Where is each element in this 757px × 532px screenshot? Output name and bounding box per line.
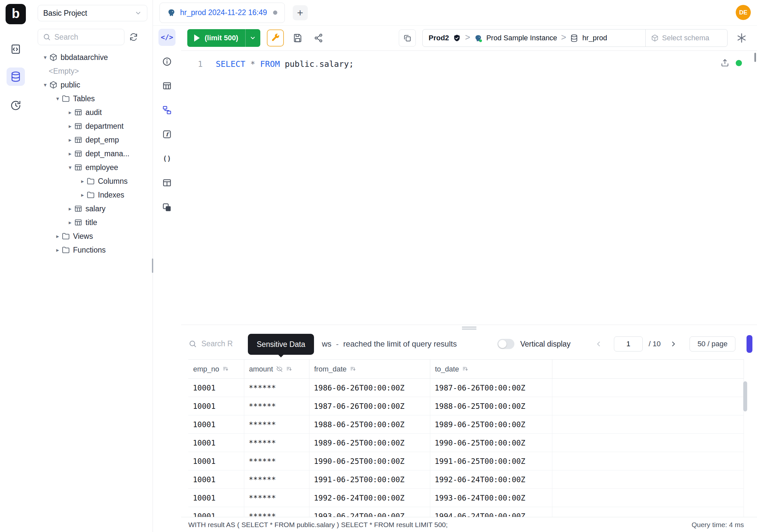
table-cell[interactable] — [552, 470, 743, 489]
share-button[interactable] — [311, 31, 326, 45]
caret-down-icon[interactable]: ▾ — [41, 81, 49, 88]
history-icon[interactable] — [7, 96, 25, 115]
table-cell[interactable]: 10001 — [188, 379, 244, 397]
table-cell[interactable]: 10001 — [188, 434, 244, 452]
tree-item-dept-emp[interactable]: ▸dept_emp — [31, 133, 153, 147]
table-cell[interactable]: 1990-06-25T00:00:00Z — [430, 434, 552, 452]
table-cell[interactable]: 10001 — [188, 470, 244, 489]
table-cell[interactable] — [552, 452, 743, 470]
sidebar-search-input[interactable] — [54, 33, 113, 42]
table-cell[interactable]: 1990-06-25T00:00:00Z — [309, 452, 430, 470]
add-tab-button[interactable]: + — [293, 5, 308, 20]
panel-divider[interactable] — [181, 325, 757, 331]
table-cell[interactable] — [552, 507, 743, 517]
column-header-from_date[interactable]: from_date — [309, 360, 430, 379]
tree-item-public[interactable]: ▾public — [31, 78, 153, 92]
tree-item-employee[interactable]: ▾employee — [31, 161, 153, 174]
editor-scrollbar[interactable] — [754, 53, 756, 62]
table-cell[interactable] — [552, 415, 743, 434]
table-cell[interactable]: 1993-06-24T00:00:00Z — [430, 489, 552, 507]
caret-right-icon[interactable]: ▸ — [66, 123, 74, 130]
tree-item-audit[interactable]: ▸audit — [31, 106, 153, 119]
info-icon[interactable] — [159, 53, 175, 70]
caret-right-icon[interactable]: ▸ — [78, 192, 86, 199]
table-cell[interactable] — [552, 489, 743, 507]
table-cell[interactable]: 1988-06-25T00:00:00Z — [309, 415, 430, 434]
table-cell[interactable] — [552, 397, 743, 415]
tree-item-functions[interactable]: ▸Functions — [31, 243, 153, 257]
side-panel-toggle[interactable] — [746, 335, 752, 353]
ai-assistant-button[interactable] — [734, 30, 749, 46]
table-cell[interactable]: 10001 — [188, 452, 244, 470]
tree-item-columns[interactable]: ▸Columns — [31, 174, 153, 188]
table-cell[interactable]: 1991-06-25T00:00:00Z — [430, 452, 552, 470]
tree-item-department[interactable]: ▸department — [31, 119, 153, 133]
table-scrollbar-thumb[interactable] — [743, 381, 747, 411]
data-table-icon[interactable] — [159, 174, 175, 191]
refresh-icon[interactable] — [124, 29, 143, 45]
tree-item-tables[interactable]: ▾Tables — [31, 92, 153, 106]
tab-worksheet[interactable]: hr_prod 2024-11-22 16:49 — [160, 3, 285, 23]
column-header-emp_no[interactable]: emp_no — [188, 360, 244, 379]
table-cell[interactable]: ****** — [244, 507, 309, 517]
table-cell[interactable]: 1992-06-24T00:00:00Z — [309, 489, 430, 507]
run-query-button[interactable]: (limit 500) — [187, 29, 260, 47]
code-editor-icon[interactable]: </> — [159, 29, 175, 46]
bytebase-logo[interactable]: b — [6, 4, 26, 24]
caret-right-icon[interactable]: ▸ — [66, 205, 74, 212]
table-cell[interactable] — [552, 379, 743, 397]
table-cell[interactable]: ****** — [244, 434, 309, 452]
column-header-amount[interactable]: amount — [244, 360, 309, 379]
divider-grip-icon[interactable] — [462, 327, 476, 328]
schema-diagram-icon[interactable] — [159, 102, 175, 119]
tree-item-bbdataarchive[interactable]: ▾bbdataarchive — [31, 50, 153, 64]
next-page-button[interactable] — [666, 337, 681, 351]
functions-icon[interactable]: f — [159, 126, 175, 143]
vertical-display-toggle[interactable] — [497, 339, 514, 349]
project-selector[interactable]: Basic Project — [38, 5, 147, 21]
tree-item-dept-mana[interactable]: ▸dept_mana... — [31, 147, 153, 161]
caret-right-icon[interactable]: ▸ — [66, 219, 74, 226]
table-cell[interactable]: 1994-06-24T00:00:00Z — [430, 507, 552, 517]
table-cell[interactable]: ****** — [244, 415, 309, 434]
sql-editor[interactable]: 1 SELECT * FROM public.salary; — [181, 51, 757, 325]
table-cell[interactable]: 1987-06-26T00:00:00Z — [430, 379, 552, 397]
column-header-to_date[interactable]: to_date — [430, 360, 552, 379]
page-number-input[interactable]: 1 — [614, 336, 643, 352]
sort-icon[interactable] — [462, 365, 469, 372]
schema-selector[interactable]: Select schema — [645, 29, 727, 47]
table-cell[interactable]: ****** — [244, 489, 309, 507]
join-tables-icon[interactable] — [159, 199, 175, 216]
page-size-select[interactable]: 50 / page — [689, 336, 735, 352]
caret-right-icon[interactable]: ▸ — [66, 137, 74, 143]
table-cell[interactable]: ****** — [244, 397, 309, 415]
table-cell[interactable]: ****** — [244, 452, 309, 470]
table-cell[interactable]: 1986-06-26T00:00:00Z — [309, 379, 430, 397]
table-cell[interactable]: ****** — [244, 470, 309, 489]
save-button[interactable] — [290, 31, 305, 45]
caret-right-icon[interactable]: ▸ — [54, 233, 62, 240]
table-cell[interactable]: 1988-06-25T00:00:00Z — [430, 397, 552, 415]
avatar[interactable]: DE — [736, 5, 751, 20]
table-detail-icon[interactable] — [159, 77, 175, 94]
caret-down-icon[interactable]: ▾ — [41, 54, 49, 61]
run-options-dropdown[interactable] — [245, 29, 260, 47]
caret-down-icon[interactable]: ▾ — [54, 95, 62, 102]
tree-item-empty[interactable]: <Empty> — [31, 64, 153, 78]
admin-wrench-button[interactable] — [267, 29, 284, 47]
caret-down-icon[interactable]: ▾ — [66, 164, 74, 171]
database-icon[interactable] — [7, 68, 25, 86]
table-cell[interactable] — [552, 434, 743, 452]
table-cell[interactable]: 1991-06-25T00:00:00Z — [309, 470, 430, 489]
eye-off-icon[interactable] — [276, 365, 283, 372]
table-cell[interactable]: 1989-06-25T00:00:00Z — [430, 415, 552, 434]
table-cell[interactable]: 10001 — [188, 415, 244, 434]
copy-connection-button[interactable] — [399, 29, 416, 47]
tree-item-title[interactable]: ▸title — [31, 216, 153, 229]
table-cell[interactable]: 1993-06-24T00:00:00Z — [309, 507, 430, 517]
table-cell[interactable]: 1987-06-26T00:00:00Z — [309, 397, 430, 415]
tree-item-salary[interactable]: ▸salary — [31, 202, 153, 216]
table-cell[interactable]: 10001 — [188, 507, 244, 517]
caret-right-icon[interactable]: ▸ — [66, 109, 74, 116]
table-cell[interactable]: 1992-06-24T00:00:00Z — [430, 470, 552, 489]
